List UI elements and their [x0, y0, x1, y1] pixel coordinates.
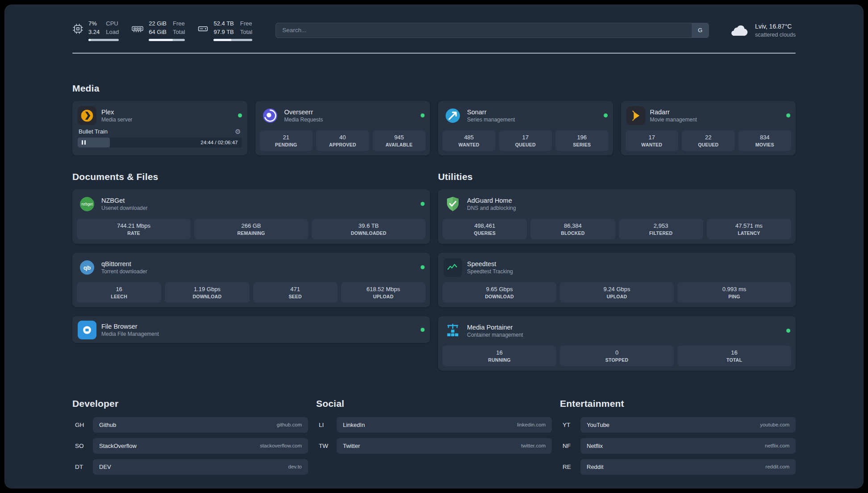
adguard-icon [443, 195, 462, 213]
stat-available: 945 AVAILABLE [373, 130, 426, 151]
filebrowser-icon [78, 321, 96, 339]
disk-progress-bar [213, 39, 252, 41]
cpu-load-value: 3.24 [88, 28, 100, 37]
disk-total-label: Total [240, 28, 252, 37]
section-title-media: Media [72, 83, 796, 94]
stat-queued: 22 QUEUED [682, 130, 735, 151]
stat-upload: 9.24 Gbps UPLOAD [560, 282, 674, 303]
gear-icon[interactable]: ⚙ [235, 128, 241, 135]
service-name: Plex [101, 109, 132, 116]
bookmark-twitter[interactable]: TW Twitter twitter.com [316, 438, 552, 454]
stat-wanted: 485 WANTED [442, 130, 496, 151]
stat-pending: 21 PENDING [260, 130, 313, 151]
stat-approved: 40 APPROVED [316, 130, 369, 151]
service-name: Sonarr [467, 109, 515, 116]
qbittorrent-icon: qb [78, 258, 96, 277]
bookmark-group-social: Social LI LinkedIn linkedin.com TW Twitt… [316, 398, 552, 454]
search-provider-button[interactable]: G [692, 23, 709, 38]
memory-progress-bar [149, 39, 185, 41]
bookmark-dev[interactable]: DT DEV dev.to [72, 459, 308, 475]
bookmark-youtube[interactable]: YT YouTube youtube.com [560, 417, 796, 433]
bookmark-group-entertainment: Entertainment YT YouTube youtube.com NF … [560, 398, 796, 475]
stat-stopped: 0 STOPPED [560, 346, 674, 366]
stat-total: 16 TOTAL [677, 346, 791, 366]
section-title-utilities: Utilities [438, 171, 796, 182]
stat-movies: 834 MOVIES [739, 130, 792, 151]
memory-free-value: 22 GiB [149, 20, 167, 28]
service-card-sonarr[interactable]: Sonarr Series management 485 WANTED 17 Q… [438, 101, 613, 155]
service-subtitle: Media Requests [284, 117, 323, 123]
weather-widget: Lviv, 16.87°C scattered clouds [729, 22, 796, 39]
service-subtitle: Speedtest Tracking [467, 268, 513, 275]
service-name: qBittorrent [101, 260, 147, 267]
search-bar: G [275, 23, 709, 38]
service-subtitle: Torrent downloader [101, 268, 147, 275]
services-columns: Documents & Files nzbget NZBGet U [72, 171, 796, 371]
bookmark-reddit[interactable]: RE Reddit reddit.com [560, 459, 796, 475]
service-card-filebrowser[interactable]: File Browser Media File Management [72, 316, 430, 343]
service-card-qbittorrent[interactable]: qb qBittorrent Torrent downloader 16 LEE… [72, 253, 430, 307]
service-card-speedtest[interactable]: Speedtest Speedtest Tracking 9.65 Gbps D… [438, 253, 796, 307]
service-subtitle: Usenet downloader [101, 205, 147, 211]
dashboard: 7% 3.24 CPU Load [4, 4, 864, 489]
service-name: Speedtest [467, 260, 513, 267]
svg-text:qb: qb [83, 264, 91, 271]
section-documents: Documents & Files nzbget NZBGet U [72, 171, 430, 371]
status-dot [238, 113, 242, 117]
service-subtitle: Series management [467, 117, 515, 123]
bookmark-github[interactable]: GH Github github.com [72, 417, 308, 433]
stat-running: 16 RUNNING [442, 346, 556, 366]
service-card-adguard[interactable]: AdGuard Home DNS and adblocking 498,461 … [438, 189, 796, 244]
disk-widget: 52.4 TB 97.9 TB Free Total [197, 20, 252, 41]
pause-icon[interactable] [82, 140, 86, 145]
playback-time: 24:44 / 02:06:47 [200, 140, 238, 145]
service-subtitle: Media File Management [101, 331, 159, 337]
section-title-social: Social [316, 398, 552, 409]
cloud-icon [729, 23, 749, 38]
overseerr-icon [261, 106, 280, 125]
topbar: 7% 3.24 CPU Load [72, 20, 796, 41]
service-card-radarr[interactable]: Radarr Movie management 17 WANTED 22 QUE… [621, 101, 796, 155]
portainer-icon [443, 322, 462, 340]
service-card-plex[interactable]: Plex Media server Bullet Train ⚙ 24:44 /… [72, 101, 247, 155]
stat-latency: 47.571 ms LATENCY [707, 219, 791, 239]
stat-ping: 0.993 ms PING [677, 282, 791, 303]
service-subtitle: DNS and adblocking [467, 205, 516, 211]
service-card-nzbget[interactable]: nzbget NZBGet Usenet downloader 744.21 M… [72, 189, 430, 244]
weather-location: Lviv, 16.87°C [755, 22, 796, 31]
plex-now-playing: Bullet Train ⚙ 24:44 / 02:06:47 [77, 128, 243, 147]
cpu-icon [72, 23, 83, 34]
stat-queries: 498,461 QUERIES [442, 219, 527, 239]
cpu-usage-label: CPU [106, 20, 119, 28]
memory-free-label: Free [173, 20, 185, 28]
bookmark-stackoverflow[interactable]: SO StackOverflow stackoverflow.com [72, 438, 308, 454]
status-dot [421, 113, 425, 117]
cpu-usage-value: 7% [88, 20, 100, 28]
media-grid: Plex Media server Bullet Train ⚙ 24:44 /… [72, 101, 796, 155]
status-dot [786, 113, 790, 117]
status-dot [604, 113, 608, 117]
service-name: File Browser [101, 323, 159, 330]
sonarr-icon [443, 106, 462, 125]
section-title-documents: Documents & Files [72, 171, 430, 182]
divider [72, 53, 796, 54]
disk-icon [197, 23, 209, 34]
search-input[interactable] [275, 23, 709, 38]
memory-icon [131, 23, 144, 34]
stat-series: 196 SERIES [555, 130, 609, 151]
cpu-progress-bar [88, 39, 119, 41]
stat-wanted: 17 WANTED [626, 130, 679, 151]
bookmark-linkedin[interactable]: LI LinkedIn linkedin.com [316, 417, 552, 433]
nzbget-icon: nzbget [78, 195, 96, 213]
bookmark-netflix[interactable]: NF Netflix netflix.com [560, 438, 796, 454]
weather-condition: scattered clouds [755, 31, 796, 39]
service-card-overseerr[interactable]: Overseerr Media Requests 21 PENDING 40 A… [255, 101, 430, 155]
memory-widget: 22 GiB 64 GiB Free Total [131, 20, 185, 41]
service-card-portainer[interactable]: Media Portainer Container management 16 … [438, 316, 796, 371]
status-dot [421, 202, 425, 206]
section-media: Media Plex Media server [72, 83, 796, 155]
service-subtitle: Movie management [650, 117, 697, 123]
service-name: Overseerr [284, 109, 323, 116]
playback-progress-bar[interactable]: 24:44 / 02:06:47 [78, 138, 242, 147]
bookmarks-area: Developer GH Github github.com SO StackO… [72, 398, 796, 475]
